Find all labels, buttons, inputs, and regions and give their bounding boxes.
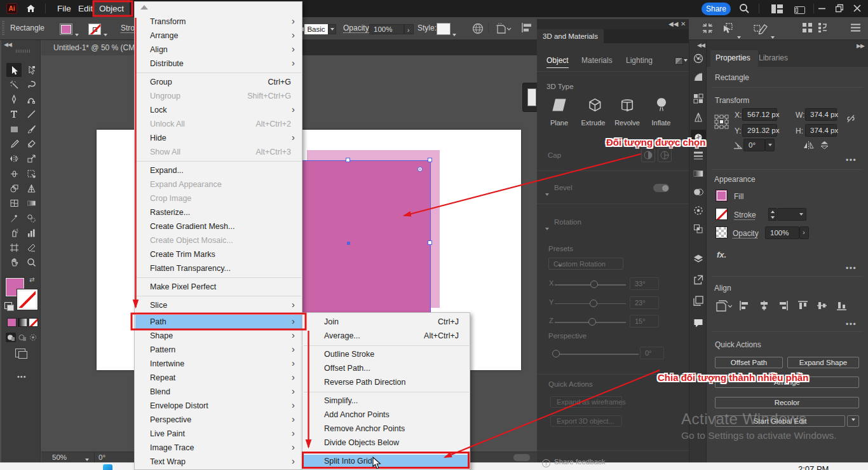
menu-scroll-up-icon[interactable] <box>140 5 148 10</box>
menu-item-path[interactable]: Path› <box>135 315 302 329</box>
free-transform-tool-icon[interactable] <box>24 167 39 181</box>
tab-3d-object[interactable]: Object <box>546 56 569 68</box>
rotate-angle-dropdown[interactable] <box>765 139 775 151</box>
share-button[interactable]: Share <box>702 3 731 15</box>
share-feedback-link[interactable]: iShare feedback <box>542 458 606 467</box>
tab-libraries[interactable]: Libraries <box>759 53 788 62</box>
transparency-panel-icon[interactable] <box>691 184 706 200</box>
brush-definition-value[interactable]: Basic <box>304 24 328 34</box>
type-tool-icon[interactable] <box>6 107 22 121</box>
document-options-icon[interactable] <box>496 23 512 37</box>
3d-type-inflate-button[interactable]: Inflate <box>647 97 676 127</box>
hand-tool-icon[interactable] <box>6 256 22 270</box>
panel-close-icon[interactable]: ✕ <box>681 20 686 27</box>
selection-options-panel-icon[interactable] <box>691 203 706 218</box>
width-tool-icon[interactable] <box>6 167 22 181</box>
cap-flat-button[interactable] <box>658 148 672 162</box>
menu-item-divide-objects-below[interactable]: Divide Objects Below <box>303 436 470 450</box>
menu-item-lock[interactable]: Lock› <box>135 103 302 117</box>
3d-type-extrude-button[interactable]: Extrude <box>579 97 608 127</box>
symbol-sprayer-tool-icon[interactable] <box>6 226 22 240</box>
brushes-panel-icon[interactable] <box>691 109 706 125</box>
align-top-icon[interactable] <box>798 301 808 313</box>
scale-tool-icon[interactable] <box>24 152 39 166</box>
rotation-chevron-icon[interactable] <box>545 221 549 233</box>
slider-track[interactable] <box>553 354 639 355</box>
align-panel-icon[interactable] <box>522 23 533 35</box>
magic-wand-tool-icon[interactable] <box>6 78 22 92</box>
slider-value[interactable]: 23° <box>630 296 659 309</box>
eyedropper-tool-icon[interactable] <box>6 211 22 225</box>
direct-selection-tool-icon[interactable] <box>24 63 39 77</box>
lasso-tool-icon[interactable] <box>24 78 39 92</box>
y-input[interactable]: 291.32 px <box>742 124 777 137</box>
draw-behind-icon[interactable] <box>17 333 27 342</box>
fill-color-swatch[interactable] <box>60 24 72 35</box>
snap-options-icon[interactable] <box>818 23 829 35</box>
color-panel-icon[interactable] <box>691 50 706 66</box>
horizontal-scrollbar-thumb[interactable] <box>513 454 530 461</box>
menu-item-make-pixel-perfect[interactable]: Make Pixel Perfect <box>135 280 302 294</box>
selection-handle-top-center[interactable] <box>346 158 350 162</box>
menu-item-create-trim-marks[interactable]: Create Trim Marks <box>135 247 302 261</box>
menu-item-envelope-distort[interactable]: Envelope Distort› <box>135 399 302 413</box>
align-left-icon[interactable] <box>740 301 749 313</box>
menu-item-hide[interactable]: Hide› <box>135 131 302 145</box>
controlbar-grip[interactable] <box>2 21 4 36</box>
draw-inside-icon[interactable] <box>28 333 38 342</box>
align-more-options[interactable]: ••• <box>846 320 857 329</box>
fit-window-icon[interactable] <box>702 23 713 36</box>
3d-type-plane-button[interactable]: Plane <box>545 97 574 127</box>
stroke-panel-icon[interactable] <box>691 148 706 163</box>
blend-tool-icon[interactable] <box>24 211 39 225</box>
menu-item-intertwine[interactable]: Intertwine› <box>135 357 302 371</box>
toolbar-more-icon[interactable]: ••• <box>17 373 27 380</box>
slice-tool-icon[interactable] <box>24 241 39 255</box>
menu-item-join[interactable]: JoinCtrl+J <box>303 315 470 329</box>
slider-knob[interactable] <box>590 300 597 307</box>
pathfinder-panel-icon[interactable] <box>691 221 706 237</box>
x-input[interactable]: 567.12 px <box>742 108 777 121</box>
taskbar-app-icon[interactable] <box>103 464 112 470</box>
menu-item-distribute[interactable]: Distribute› <box>135 57 302 71</box>
none-mode-button[interactable] <box>29 318 38 327</box>
toolbar-grip[interactable] <box>16 50 31 53</box>
slider-knob[interactable] <box>552 350 560 357</box>
opacity-label[interactable]: Opacity: <box>343 24 371 32</box>
opacity-more-button[interactable]: › <box>799 226 809 239</box>
tab-properties[interactable]: Properties <box>710 50 758 67</box>
menu-item-reverse-path-direction[interactable]: Reverse Path Direction <box>303 376 470 390</box>
curvature-tool-icon[interactable] <box>24 93 39 107</box>
menu-item-blend[interactable]: Blend› <box>135 385 302 399</box>
live-corner-widget[interactable] <box>417 167 423 172</box>
screen-mode-icon[interactable] <box>15 349 25 357</box>
align-right-icon[interactable] <box>778 301 788 313</box>
rotate-tool-icon[interactable] <box>6 152 22 166</box>
3d-preview-swatch[interactable] <box>675 57 683 65</box>
opacity-value[interactable]: 100% <box>369 24 404 34</box>
menu-item-group[interactable]: GroupCtrl+G <box>135 75 302 89</box>
export-panel-icon[interactable] <box>691 272 706 287</box>
comments-panel-icon[interactable] <box>691 315 706 331</box>
tab-3d-lighting[interactable]: Lighting <box>626 56 653 65</box>
menubar-object[interactable]: Object <box>93 0 130 17</box>
stroke-color-swatch[interactable] <box>88 24 101 35</box>
slider-knob[interactable] <box>590 280 598 288</box>
stroke-width-stepper[interactable] <box>768 208 776 221</box>
selection-handle-top-right[interactable] <box>428 158 432 162</box>
fill-chevron-icon[interactable] <box>75 27 79 39</box>
artboards-panel-icon[interactable] <box>691 293 706 308</box>
arrange-documents-icon[interactable] <box>771 4 783 16</box>
pencil-tool-icon[interactable] <box>6 137 22 151</box>
menu-item-pattern[interactable]: Pattern› <box>135 343 302 357</box>
offset-path-button[interactable]: Offset Path <box>715 357 783 368</box>
appearance-opacity-label[interactable]: Opacity <box>733 229 759 238</box>
swap-fill-stroke-icon[interactable]: ⇄ <box>29 276 34 283</box>
perspective-value[interactable]: 0° <box>640 347 664 359</box>
menu-item-rasterize[interactable]: Rasterize... <box>135 205 302 219</box>
menu-item-align[interactable]: Align› <box>135 43 302 57</box>
panel-collapse-icon[interactable]: ◀◀ <box>668 20 678 27</box>
home-icon[interactable] <box>26 4 36 16</box>
w-input[interactable]: 374.4 px <box>805 108 837 121</box>
menu-item-transform[interactable]: Transform› <box>135 15 302 29</box>
